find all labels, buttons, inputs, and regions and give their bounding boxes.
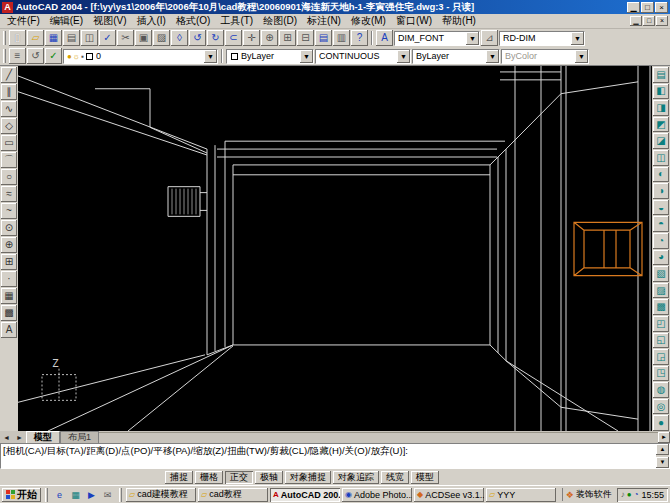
right-view-icon[interactable]: ◪ (653, 133, 669, 149)
revision-cloud-icon[interactable]: ≈ (1, 186, 17, 202)
ie-icon[interactable]: e (52, 488, 67, 502)
task-button[interactable]: A AutoCAD 200... (270, 488, 340, 502)
toolbar-grip[interactable] (3, 31, 6, 45)
circle-icon[interactable]: ○ (1, 169, 17, 185)
close-icon[interactable]: × (655, 2, 668, 13)
scroll-up-icon[interactable]: ▲ (656, 444, 669, 455)
scheduler-icon[interactable]: ◔ (634, 490, 639, 499)
ne-isometric-icon[interactable]: ◓ (653, 216, 669, 232)
left-view-icon[interactable]: ◩ (653, 117, 669, 133)
menu-item[interactable]: 插入(I) (131, 13, 170, 29)
status-toggle-button[interactable]: 对象捕捉 (285, 471, 331, 484)
back-view-icon[interactable]: ◐ (653, 167, 669, 183)
bottom-view-icon[interactable]: ◨ (653, 100, 669, 116)
properties-icon[interactable]: ▤ (315, 30, 332, 46)
top-view-icon[interactable]: ◧ (653, 84, 669, 100)
status-toggle-button[interactable]: 捕捉 (165, 471, 193, 484)
antivirus-icon[interactable]: ● (627, 490, 632, 499)
hscrollbar-track[interactable] (99, 432, 658, 443)
redo-icon[interactable]: ↻ (207, 30, 224, 46)
pan-3d-icon[interactable]: ▧ (653, 266, 669, 282)
media-player-icon[interactable]: ▶ (84, 488, 99, 502)
line-icon[interactable]: ╱ (1, 67, 17, 83)
zoom-realtime-icon[interactable]: ⊕ (261, 30, 278, 46)
continuous-orbit-icon[interactable]: ◰ (653, 316, 669, 332)
layout-tab[interactable]: 布局1 (60, 431, 99, 443)
copy-icon[interactable]: ▣ (135, 30, 152, 46)
insert-block-icon[interactable]: ⊕ (1, 237, 17, 253)
command-scrollbar[interactable]: ▲ ▼ (656, 444, 669, 468)
zoom-previous-icon[interactable]: ⊟ (297, 30, 314, 46)
swivel-3d-icon[interactable]: ◱ (653, 333, 669, 349)
help-icon[interactable]: ? (351, 30, 368, 46)
highlight-object[interactable] (574, 222, 642, 275)
chevron-down-icon[interactable]: ▼ (571, 32, 584, 45)
tab-scroll-right-icon[interactable]: ► (13, 432, 26, 443)
chevron-down-icon[interactable]: ▼ (204, 50, 217, 63)
print-icon[interactable]: ▤ (63, 30, 80, 46)
chevron-down-icon[interactable]: ▼ (397, 50, 410, 63)
adjust-distance-icon[interactable]: ◲ (653, 349, 669, 365)
designcenter-icon[interactable]: ▥ (333, 30, 350, 46)
linetype-combo[interactable]: CONTINUOUS ▼ (315, 49, 411, 64)
rectangle-icon[interactable]: ▭ (1, 135, 17, 151)
status-toggle-button[interactable]: 极轴 (255, 471, 283, 484)
paste-icon[interactable]: ▨ (153, 30, 170, 46)
hatch-icon[interactable]: ▦ (1, 288, 17, 304)
front-view-icon[interactable]: ◫ (653, 150, 669, 166)
region-icon[interactable]: ▩ (1, 305, 17, 321)
menu-item[interactable]: 工具(T) (215, 13, 258, 29)
status-toggle-button[interactable]: 栅格 (195, 471, 223, 484)
hidden-view-icon[interactable]: ◎ (653, 399, 669, 415)
task-button[interactable]: ▱ cad教程 (198, 488, 268, 502)
layers-icon[interactable]: ≡ (9, 48, 26, 64)
menu-item[interactable]: 编辑(E) (45, 13, 88, 29)
menu-item[interactable]: 窗口(W) (391, 13, 437, 29)
doc-restore-icon[interactable]: □ (643, 16, 655, 26)
text-style-combo[interactable]: DIM_FONT ▼ (394, 31, 480, 46)
make-current-icon[interactable]: ✓ (45, 48, 62, 64)
start-button[interactable]: 开始 (2, 488, 41, 502)
status-toggle-button[interactable]: 线宽 (381, 471, 409, 484)
chevron-down-icon[interactable]: ▼ (466, 32, 479, 45)
arc-icon[interactable]: ⌒ (1, 152, 17, 168)
layout-tab[interactable]: 模型 (26, 431, 60, 443)
zoom-window-icon[interactable]: ⊞ (279, 30, 296, 46)
menu-item[interactable]: 修改(M) (346, 13, 391, 29)
menu-item[interactable]: 帮助(H) (437, 13, 481, 29)
se-isometric-icon[interactable]: ◒ (653, 200, 669, 216)
layer-combo[interactable]: ●☼▪ 0 ▼ (63, 49, 218, 64)
pan-realtime-icon[interactable]: ✛ (243, 30, 260, 46)
orbit-3d-icon[interactable]: ▩ (653, 299, 669, 315)
status-toggle-button[interactable]: 模型 (411, 471, 439, 484)
chevron-down-icon[interactable]: ▼ (300, 50, 313, 63)
menu-item[interactable]: 标注(N) (302, 13, 346, 29)
open-icon[interactable]: ▱ (27, 30, 44, 46)
print-preview-icon[interactable]: ◫ (81, 30, 98, 46)
wireframe-2d-icon[interactable]: ◍ (653, 382, 669, 398)
adjust-clip-icon[interactable]: ◳ (653, 366, 669, 382)
construction-line-icon[interactable]: ∥ (1, 84, 17, 100)
status-toggle-button[interactable]: 对象追踪 (333, 471, 379, 484)
doc-minimize-icon[interactable]: ▁ (630, 16, 642, 26)
gouraud-shaded-icon[interactable]: ● (653, 415, 669, 431)
task-button[interactable]: ◆ ACDSee v3.1... (414, 488, 484, 502)
cut-icon[interactable]: ✂ (117, 30, 134, 46)
insert-hyperlink-icon[interactable]: ⊂ (225, 30, 242, 46)
minimize-icon[interactable]: ▁ (627, 2, 640, 13)
maximize-icon[interactable]: □ (641, 2, 654, 13)
polygon-icon[interactable]: ◇ (1, 118, 17, 134)
camera-icon[interactable]: ◕ (653, 250, 669, 266)
new-icon[interactable]: ▯ (9, 30, 26, 46)
point-icon[interactable]: · (1, 271, 17, 287)
volume-icon[interactable]: ♪ (621, 490, 625, 499)
menu-item[interactable]: 视图(V) (88, 13, 131, 29)
taskbar-band[interactable]: ❖ 装饰软件 (562, 488, 615, 501)
command-window[interactable]: [相机(CA)/目标(TA)/距离(D)/点(PO)/平移(PA)/缩放(Z)/… (0, 443, 670, 469)
lineweight-combo[interactable]: ByLayer ▼ (412, 49, 500, 64)
spelling-icon[interactable]: ✓ (99, 30, 116, 46)
layer-previous-icon[interactable]: ↺ (27, 48, 44, 64)
toolbar-grip[interactable] (3, 49, 6, 63)
task-button[interactable]: ◉ Adobe Photo... (342, 488, 412, 502)
task-button[interactable]: ▱ cad建模教程 (126, 488, 196, 502)
